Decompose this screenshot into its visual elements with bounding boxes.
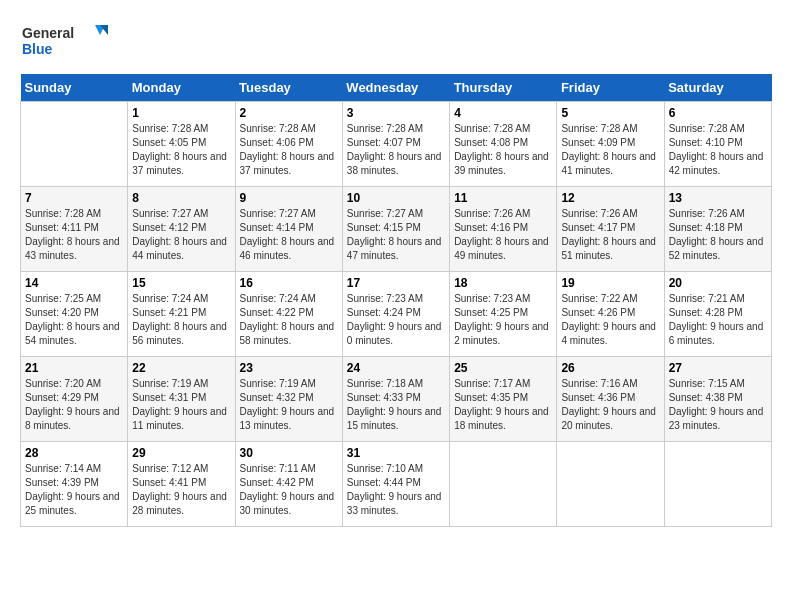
day-cell: 22Sunrise: 7:19 AMSunset: 4:31 PMDayligh… — [128, 357, 235, 442]
day-cell: 24Sunrise: 7:18 AMSunset: 4:33 PMDayligh… — [342, 357, 449, 442]
day-cell: 2Sunrise: 7:28 AMSunset: 4:06 PMDaylight… — [235, 102, 342, 187]
day-info: Sunrise: 7:28 AMSunset: 4:11 PMDaylight:… — [25, 207, 123, 263]
day-number: 31 — [347, 446, 445, 460]
day-info: Sunrise: 7:27 AMSunset: 4:15 PMDaylight:… — [347, 207, 445, 263]
day-cell: 25Sunrise: 7:17 AMSunset: 4:35 PMDayligh… — [450, 357, 557, 442]
day-cell: 28Sunrise: 7:14 AMSunset: 4:39 PMDayligh… — [21, 442, 128, 527]
day-number: 11 — [454, 191, 552, 205]
day-cell — [21, 102, 128, 187]
day-info: Sunrise: 7:19 AMSunset: 4:32 PMDaylight:… — [240, 377, 338, 433]
day-cell: 23Sunrise: 7:19 AMSunset: 4:32 PMDayligh… — [235, 357, 342, 442]
day-number: 23 — [240, 361, 338, 375]
week-row-5: 28Sunrise: 7:14 AMSunset: 4:39 PMDayligh… — [21, 442, 772, 527]
col-header-tuesday: Tuesday — [235, 74, 342, 102]
day-cell: 3Sunrise: 7:28 AMSunset: 4:07 PMDaylight… — [342, 102, 449, 187]
day-number: 2 — [240, 106, 338, 120]
day-cell: 19Sunrise: 7:22 AMSunset: 4:26 PMDayligh… — [557, 272, 664, 357]
day-number: 1 — [132, 106, 230, 120]
svg-text:Blue: Blue — [22, 41, 53, 57]
day-info: Sunrise: 7:16 AMSunset: 4:36 PMDaylight:… — [561, 377, 659, 433]
day-cell: 27Sunrise: 7:15 AMSunset: 4:38 PMDayligh… — [664, 357, 771, 442]
day-number: 29 — [132, 446, 230, 460]
day-info: Sunrise: 7:12 AMSunset: 4:41 PMDaylight:… — [132, 462, 230, 518]
day-cell — [450, 442, 557, 527]
day-info: Sunrise: 7:17 AMSunset: 4:35 PMDaylight:… — [454, 377, 552, 433]
day-info: Sunrise: 7:21 AMSunset: 4:28 PMDaylight:… — [669, 292, 767, 348]
day-cell: 18Sunrise: 7:23 AMSunset: 4:25 PMDayligh… — [450, 272, 557, 357]
day-cell: 7Sunrise: 7:28 AMSunset: 4:11 PMDaylight… — [21, 187, 128, 272]
day-info: Sunrise: 7:28 AMSunset: 4:08 PMDaylight:… — [454, 122, 552, 178]
day-info: Sunrise: 7:22 AMSunset: 4:26 PMDaylight:… — [561, 292, 659, 348]
day-cell — [664, 442, 771, 527]
day-number: 6 — [669, 106, 767, 120]
day-info: Sunrise: 7:23 AMSunset: 4:24 PMDaylight:… — [347, 292, 445, 348]
logo-svg: General Blue — [20, 20, 110, 64]
logo: General Blue — [20, 20, 110, 64]
day-info: Sunrise: 7:27 AMSunset: 4:14 PMDaylight:… — [240, 207, 338, 263]
day-info: Sunrise: 7:23 AMSunset: 4:25 PMDaylight:… — [454, 292, 552, 348]
week-row-4: 21Sunrise: 7:20 AMSunset: 4:29 PMDayligh… — [21, 357, 772, 442]
day-info: Sunrise: 7:28 AMSunset: 4:07 PMDaylight:… — [347, 122, 445, 178]
day-number: 18 — [454, 276, 552, 290]
day-number: 30 — [240, 446, 338, 460]
day-info: Sunrise: 7:26 AMSunset: 4:17 PMDaylight:… — [561, 207, 659, 263]
week-row-2: 7Sunrise: 7:28 AMSunset: 4:11 PMDaylight… — [21, 187, 772, 272]
day-number: 13 — [669, 191, 767, 205]
day-number: 14 — [25, 276, 123, 290]
day-info: Sunrise: 7:19 AMSunset: 4:31 PMDaylight:… — [132, 377, 230, 433]
day-info: Sunrise: 7:11 AMSunset: 4:42 PMDaylight:… — [240, 462, 338, 518]
day-number: 10 — [347, 191, 445, 205]
day-number: 19 — [561, 276, 659, 290]
day-cell: 16Sunrise: 7:24 AMSunset: 4:22 PMDayligh… — [235, 272, 342, 357]
day-number: 22 — [132, 361, 230, 375]
day-cell: 1Sunrise: 7:28 AMSunset: 4:05 PMDaylight… — [128, 102, 235, 187]
day-number: 17 — [347, 276, 445, 290]
day-number: 7 — [25, 191, 123, 205]
day-cell: 8Sunrise: 7:27 AMSunset: 4:12 PMDaylight… — [128, 187, 235, 272]
day-number: 5 — [561, 106, 659, 120]
week-row-3: 14Sunrise: 7:25 AMSunset: 4:20 PMDayligh… — [21, 272, 772, 357]
day-cell: 5Sunrise: 7:28 AMSunset: 4:09 PMDaylight… — [557, 102, 664, 187]
day-info: Sunrise: 7:28 AMSunset: 4:09 PMDaylight:… — [561, 122, 659, 178]
day-cell: 15Sunrise: 7:24 AMSunset: 4:21 PMDayligh… — [128, 272, 235, 357]
day-cell: 17Sunrise: 7:23 AMSunset: 4:24 PMDayligh… — [342, 272, 449, 357]
day-number: 8 — [132, 191, 230, 205]
day-info: Sunrise: 7:26 AMSunset: 4:16 PMDaylight:… — [454, 207, 552, 263]
col-header-saturday: Saturday — [664, 74, 771, 102]
col-header-thursday: Thursday — [450, 74, 557, 102]
day-cell: 26Sunrise: 7:16 AMSunset: 4:36 PMDayligh… — [557, 357, 664, 442]
day-cell: 31Sunrise: 7:10 AMSunset: 4:44 PMDayligh… — [342, 442, 449, 527]
day-number: 15 — [132, 276, 230, 290]
day-number: 28 — [25, 446, 123, 460]
col-header-wednesday: Wednesday — [342, 74, 449, 102]
col-header-sunday: Sunday — [21, 74, 128, 102]
header-row: SundayMondayTuesdayWednesdayThursdayFrid… — [21, 74, 772, 102]
day-number: 24 — [347, 361, 445, 375]
page-header: General Blue — [20, 20, 772, 64]
day-number: 12 — [561, 191, 659, 205]
day-info: Sunrise: 7:18 AMSunset: 4:33 PMDaylight:… — [347, 377, 445, 433]
day-number: 27 — [669, 361, 767, 375]
day-cell: 13Sunrise: 7:26 AMSunset: 4:18 PMDayligh… — [664, 187, 771, 272]
day-number: 25 — [454, 361, 552, 375]
day-cell: 11Sunrise: 7:26 AMSunset: 4:16 PMDayligh… — [450, 187, 557, 272]
col-header-monday: Monday — [128, 74, 235, 102]
week-row-1: 1Sunrise: 7:28 AMSunset: 4:05 PMDaylight… — [21, 102, 772, 187]
day-info: Sunrise: 7:20 AMSunset: 4:29 PMDaylight:… — [25, 377, 123, 433]
day-cell: 6Sunrise: 7:28 AMSunset: 4:10 PMDaylight… — [664, 102, 771, 187]
day-info: Sunrise: 7:26 AMSunset: 4:18 PMDaylight:… — [669, 207, 767, 263]
day-cell: 9Sunrise: 7:27 AMSunset: 4:14 PMDaylight… — [235, 187, 342, 272]
day-info: Sunrise: 7:24 AMSunset: 4:22 PMDaylight:… — [240, 292, 338, 348]
col-header-friday: Friday — [557, 74, 664, 102]
day-info: Sunrise: 7:10 AMSunset: 4:44 PMDaylight:… — [347, 462, 445, 518]
day-info: Sunrise: 7:15 AMSunset: 4:38 PMDaylight:… — [669, 377, 767, 433]
day-number: 20 — [669, 276, 767, 290]
day-number: 3 — [347, 106, 445, 120]
day-number: 21 — [25, 361, 123, 375]
day-number: 16 — [240, 276, 338, 290]
day-cell: 20Sunrise: 7:21 AMSunset: 4:28 PMDayligh… — [664, 272, 771, 357]
day-info: Sunrise: 7:27 AMSunset: 4:12 PMDaylight:… — [132, 207, 230, 263]
day-info: Sunrise: 7:28 AMSunset: 4:05 PMDaylight:… — [132, 122, 230, 178]
day-cell — [557, 442, 664, 527]
day-cell: 29Sunrise: 7:12 AMSunset: 4:41 PMDayligh… — [128, 442, 235, 527]
